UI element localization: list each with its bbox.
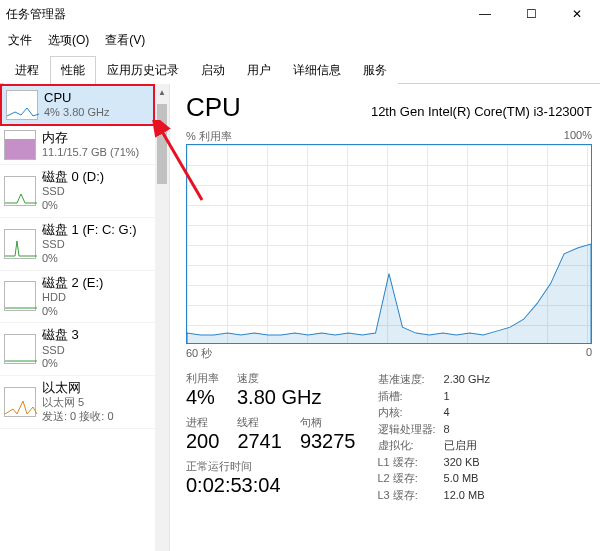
panel-title: CPU xyxy=(186,92,241,123)
disk2-thumb-icon xyxy=(4,281,36,311)
hnd-value: 93275 xyxy=(300,430,356,453)
disk0-thumb-icon xyxy=(4,176,36,206)
chart-y-max: 100% xyxy=(564,129,592,144)
speed-value: 3.80 GHz xyxy=(237,386,321,409)
tab-users[interactable]: 用户 xyxy=(236,56,282,84)
virt-value: 已启用 xyxy=(444,437,490,454)
virt-label: 虚拟化: xyxy=(378,437,436,454)
sockets-label: 插槽: xyxy=(378,388,436,405)
l1-label: L1 缓存: xyxy=(378,454,436,471)
sidebar-item-disk0[interactable]: 磁盘 0 (D:) SSD 0% xyxy=(0,165,155,218)
window-title: 任务管理器 xyxy=(6,6,66,23)
chart-x-right: 0 xyxy=(586,346,592,361)
window-controls: — ☐ ✕ xyxy=(462,0,600,28)
sockets-value: 1 xyxy=(444,388,490,405)
sidebar-disk3-title: 磁盘 3 xyxy=(42,327,79,343)
panel-cpu-name: 12th Gen Intel(R) Core(TM) i3-12300T xyxy=(371,104,592,119)
tab-services[interactable]: 服务 xyxy=(352,56,398,84)
sidebar-disk1-title: 磁盘 1 (F: C: G:) xyxy=(42,222,137,238)
l3-label: L3 缓存: xyxy=(378,487,436,504)
scrollbar-thumb[interactable] xyxy=(157,104,167,184)
uptime-value: 0:02:53:04 xyxy=(186,474,356,497)
speed-label: 速度 xyxy=(237,371,321,386)
memory-thumb-icon xyxy=(4,130,36,160)
lproc-value: 8 xyxy=(444,421,490,438)
proc-label: 进程 xyxy=(186,415,219,430)
cpu-utilization-chart[interactable] xyxy=(186,144,592,344)
tab-startup[interactable]: 启动 xyxy=(190,56,236,84)
tab-performance[interactable]: 性能 xyxy=(50,56,96,84)
thr-value: 2741 xyxy=(237,430,282,453)
disk3-thumb-icon xyxy=(4,334,36,364)
sidebar-disk0-title: 磁盘 0 (D:) xyxy=(42,169,104,185)
base-speed-label: 基准速度: xyxy=(378,371,436,388)
disk1-thumb-icon xyxy=(4,229,36,259)
minimize-button[interactable]: — xyxy=(462,0,508,28)
spec-block: 基准速度: 插槽: 内核: 逻辑处理器: 虚拟化: L1 缓存: L2 缓存: … xyxy=(378,371,491,503)
sidebar-item-disk1[interactable]: 磁盘 1 (F: C: G:) SSD 0% xyxy=(0,218,155,271)
title-bar: 任务管理器 — ☐ ✕ xyxy=(0,0,600,28)
tab-strip: 进程 性能 应用历史记录 启动 用户 详细信息 服务 xyxy=(0,55,600,84)
sidebar-item-disk2[interactable]: 磁盘 2 (E:) HDD 0% xyxy=(0,271,155,324)
sidebar-item-ethernet[interactable]: 以太网 以太网 5 发送: 0 接收: 0 xyxy=(0,376,155,429)
chart-y-label: % 利用率 xyxy=(186,129,232,144)
menu-bar: 文件 选项(O) 查看(V) xyxy=(0,28,600,55)
l2-value: 5.0 MB xyxy=(444,470,490,487)
sidebar-item-disk3[interactable]: 磁盘 3 SSD 0% xyxy=(0,323,155,376)
maximize-button[interactable]: ☐ xyxy=(508,0,554,28)
proc-value: 200 xyxy=(186,430,219,453)
cores-label: 内核: xyxy=(378,404,436,421)
sidebar-mem-title: 内存 xyxy=(42,130,139,146)
ethernet-thumb-icon xyxy=(4,387,36,417)
sidebar: CPU 4% 3.80 GHz 内存 11.1/15.7 GB (71%) 磁盘… xyxy=(0,84,170,551)
chart-x-left: 60 秒 xyxy=(186,346,212,361)
thr-label: 线程 xyxy=(237,415,282,430)
main-area: CPU 4% 3.80 GHz 内存 11.1/15.7 GB (71%) 磁盘… xyxy=(0,84,600,551)
sidebar-disk2-title: 磁盘 2 (E:) xyxy=(42,275,103,291)
tab-processes[interactable]: 进程 xyxy=(4,56,50,84)
sidebar-mem-sub: 11.1/15.7 GB (71%) xyxy=(42,146,139,160)
details-panel: CPU 12th Gen Intel(R) Core(TM) i3-12300T… xyxy=(170,84,600,551)
menu-view[interactable]: 查看(V) xyxy=(105,32,145,49)
cores-value: 4 xyxy=(444,404,490,421)
menu-options[interactable]: 选项(O) xyxy=(48,32,89,49)
cpu-thumb-icon xyxy=(6,90,38,120)
stats-block: 利用率 4% 速度 3.80 GHz 进程 200 线程 274 xyxy=(186,371,592,503)
tab-history[interactable]: 应用历史记录 xyxy=(96,56,190,84)
util-label: 利用率 xyxy=(186,371,219,386)
sidebar-item-cpu[interactable]: CPU 4% 3.80 GHz xyxy=(0,84,155,126)
tab-details[interactable]: 详细信息 xyxy=(282,56,352,84)
uptime-label: 正常运行时间 xyxy=(186,459,356,474)
l2-label: L2 缓存: xyxy=(378,470,436,487)
util-value: 4% xyxy=(186,386,219,409)
sidebar-eth-title: 以太网 xyxy=(42,380,114,396)
lproc-label: 逻辑处理器: xyxy=(378,421,436,438)
scroll-up-icon[interactable]: ▲ xyxy=(155,84,169,100)
l1-value: 320 KB xyxy=(444,454,490,471)
menu-file[interactable]: 文件 xyxy=(8,32,32,49)
sidebar-item-memory[interactable]: 内存 11.1/15.7 GB (71%) xyxy=(0,126,155,165)
l3-value: 12.0 MB xyxy=(444,487,490,504)
close-button[interactable]: ✕ xyxy=(554,0,600,28)
hnd-label: 句柄 xyxy=(300,415,356,430)
sidebar-scrollbar[interactable]: ▲ xyxy=(155,84,169,551)
base-speed-value: 2.30 GHz xyxy=(444,371,490,388)
